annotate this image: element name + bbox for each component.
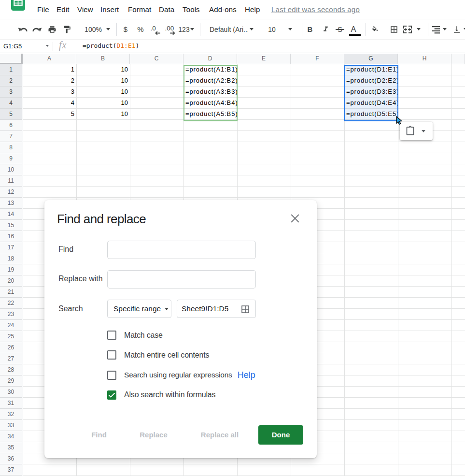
column-header-E[interactable]: E: [237, 54, 291, 64]
row-header-4[interactable]: 4: [0, 98, 22, 109]
row-header-7[interactable]: 7: [0, 131, 22, 142]
vertical-align-caret-icon[interactable]: [463, 19, 465, 39]
row-header-19[interactable]: 19: [0, 264, 22, 275]
menu-addons[interactable]: Add-ons: [209, 0, 237, 19]
column-header-A[interactable]: A: [23, 54, 76, 64]
row-header-36[interactable]: 36: [0, 453, 22, 464]
row-header-13[interactable]: 13: [0, 198, 22, 209]
cell-B1[interactable]: 10: [78, 64, 128, 75]
row-header-20[interactable]: 20: [0, 275, 22, 287]
menu-format[interactable]: Format: [128, 0, 151, 19]
row-header-35[interactable]: 35: [0, 442, 22, 453]
redo-icon[interactable]: [31, 19, 43, 39]
replace-button[interactable]: Replace: [135, 425, 172, 445]
row-header-9[interactable]: 9: [0, 153, 22, 164]
paste-options-button[interactable]: [400, 122, 433, 140]
vertical-align-button[interactable]: [451, 19, 463, 39]
font-size-caret-icon[interactable]: [288, 19, 293, 39]
search-scope-select[interactable]: Specific range: [107, 300, 171, 318]
row-header-33[interactable]: 33: [0, 420, 22, 431]
menu-data[interactable]: Data: [159, 0, 174, 19]
name-box-caret-icon[interactable]: [46, 45, 49, 47]
name-box[interactable]: G1:G5: [3, 40, 22, 53]
checkbox-icon[interactable]: [107, 350, 116, 360]
checkbox-icon[interactable]: [107, 331, 116, 340]
row-header-28[interactable]: 28: [0, 364, 22, 375]
cell-A5[interactable]: 5: [25, 109, 74, 119]
menu-edit[interactable]: Edit: [56, 0, 69, 19]
row-header-31[interactable]: 31: [0, 398, 22, 409]
row-header-5[interactable]: 5: [0, 109, 22, 120]
replace-all-button[interactable]: Replace all: [196, 425, 244, 445]
font-size-select[interactable]: 10: [267, 19, 277, 39]
cell-B2[interactable]: 10: [78, 75, 128, 86]
row-header-23[interactable]: 23: [0, 309, 22, 320]
borders-button[interactable]: [388, 19, 400, 39]
replace-input[interactable]: [107, 270, 256, 288]
last-edit-status[interactable]: Last edit was seconds ago: [271, 0, 360, 19]
column-header-H[interactable]: H: [398, 54, 451, 64]
horizontal-align-caret-icon[interactable]: [442, 19, 447, 39]
row-header-1[interactable]: 1: [0, 64, 22, 75]
zoom-select[interactable]: 100%: [84, 19, 103, 39]
select-all-corner[interactable]: [0, 54, 23, 64]
row-header-6[interactable]: 6: [0, 120, 22, 131]
row-header-10[interactable]: 10: [0, 164, 22, 175]
bold-button[interactable]: B: [306, 19, 314, 39]
done-button[interactable]: Done: [258, 425, 303, 445]
menu-view[interactable]: View: [77, 0, 93, 19]
row-header-22[interactable]: 22: [0, 298, 22, 309]
menu-tools[interactable]: Tools: [183, 0, 200, 19]
currency-button[interactable]: $: [122, 19, 129, 39]
font-caret-icon[interactable]: [249, 19, 254, 39]
row-header-32[interactable]: 32: [0, 409, 22, 420]
font-select[interactable]: Default (Ari...: [210, 19, 248, 39]
decrease-decimal-button[interactable]: .0: [148, 19, 160, 39]
row-header-12[interactable]: 12: [0, 187, 22, 198]
cell-B4[interactable]: 10: [78, 98, 128, 108]
menu-help[interactable]: Help: [245, 0, 260, 19]
row-header-18[interactable]: 18: [0, 253, 22, 264]
column-header-D[interactable]: D: [183, 54, 237, 64]
row-header-25[interactable]: 25: [0, 331, 22, 342]
horizontal-align-button[interactable]: [430, 19, 442, 39]
more-formats-caret-icon[interactable]: [190, 19, 195, 39]
merge-caret-icon[interactable]: [416, 19, 421, 39]
row-header-24[interactable]: 24: [0, 320, 22, 331]
cell-A1[interactable]: 1: [25, 64, 74, 75]
cell-A4[interactable]: 4: [25, 98, 74, 108]
help-link[interactable]: Help: [238, 370, 255, 380]
strikethrough-button[interactable]: S: [336, 19, 344, 39]
row-header-21[interactable]: 21: [0, 287, 22, 298]
row-header-16[interactable]: 16: [0, 231, 22, 242]
cell-A3[interactable]: 3: [25, 87, 74, 97]
close-icon[interactable]: [289, 213, 301, 224]
more-formats-button[interactable]: 123: [177, 19, 191, 39]
row-header-8[interactable]: 8: [0, 142, 22, 153]
row-header-3[interactable]: 3: [0, 87, 22, 98]
select-range-icon[interactable]: [241, 305, 250, 314]
row-header-34[interactable]: 34: [0, 431, 22, 442]
row-header-29[interactable]: 29: [0, 375, 22, 387]
row-header-37[interactable]: 37: [0, 464, 22, 476]
row-header-26[interactable]: 26: [0, 342, 22, 353]
paint-format-icon[interactable]: [61, 19, 73, 39]
range-input[interactable]: Sheet9!D1:D5: [177, 300, 256, 318]
increase-decimal-button[interactable]: .00: [162, 19, 177, 39]
checkbox-checked-icon[interactable]: [107, 390, 116, 400]
column-header-B[interactable]: B: [76, 54, 130, 64]
row-header-14[interactable]: 14: [0, 209, 22, 220]
row-header-30[interactable]: 30: [0, 387, 22, 398]
sheets-logo-icon[interactable]: [11, 0, 25, 11]
cell-B5[interactable]: 10: [78, 109, 128, 119]
print-icon[interactable]: [46, 19, 58, 39]
fill-color-button[interactable]: [369, 19, 381, 39]
column-header-C[interactable]: C: [130, 54, 183, 64]
row-header-11[interactable]: 11: [0, 175, 22, 187]
find-button[interactable]: Find: [88, 425, 110, 445]
merge-cells-button[interactable]: [402, 19, 413, 39]
row-header-2[interactable]: 2: [0, 75, 22, 87]
find-input[interactable]: [107, 241, 256, 259]
formula-input[interactable]: =product(D1:E1): [83, 40, 139, 53]
column-header-G[interactable]: G: [344, 54, 398, 64]
